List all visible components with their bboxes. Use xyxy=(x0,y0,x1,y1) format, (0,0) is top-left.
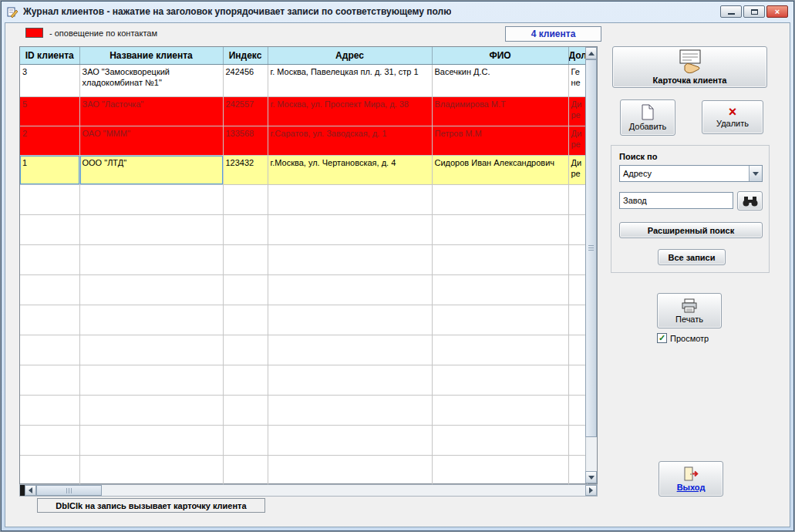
search-group-label: Поиск по xyxy=(619,152,657,161)
legend-label: - оповещение по контактам xyxy=(49,29,157,38)
arrow-left-icon xyxy=(29,487,32,493)
find-button[interactable] xyxy=(737,191,763,210)
cell-fio: Петров М.М xyxy=(432,126,568,155)
cell-position: Ди ре xyxy=(568,126,587,155)
delete-x-icon: × xyxy=(729,106,737,117)
window-content: - оповещение по контактам 4 клиента ID к… xyxy=(5,22,790,527)
client-card-label: Карточка клиента xyxy=(653,76,727,85)
arrow-up-icon xyxy=(588,52,595,56)
titlebar[interactable]: Журнал клиентов - нажатие на заголовок у… xyxy=(2,2,793,22)
cell-id: 2 xyxy=(20,126,79,155)
column-header-fio[interactable]: ФИО xyxy=(432,47,568,64)
arrow-right-icon xyxy=(589,487,593,493)
search-field-select[interactable]: Адресу xyxy=(619,165,763,182)
alert-color-swatch xyxy=(25,28,43,38)
window-title: Журнал клиентов - нажатие на заголовок у… xyxy=(23,6,451,17)
printer-icon xyxy=(681,298,698,313)
scroll-right-button[interactable] xyxy=(585,485,597,496)
vertical-scrollbar-thumb[interactable] xyxy=(585,59,597,437)
client-card-icon xyxy=(675,49,706,74)
scrollbar-track[interactable] xyxy=(102,485,585,496)
horizontal-scrollbar-thumb[interactable] xyxy=(36,485,102,496)
cell-address: г. Москва, ул. Проспект Мира, д. 38 xyxy=(268,96,432,126)
cell-index: 123432 xyxy=(223,155,268,184)
maximize-button[interactable] xyxy=(743,5,765,18)
minimize-icon xyxy=(728,13,735,15)
cell-id: 5 xyxy=(20,96,79,126)
close-button[interactable]: × xyxy=(766,5,788,18)
add-button[interactable]: Добавить xyxy=(620,99,675,136)
column-header-index[interactable]: Индекс xyxy=(223,47,268,64)
empty-row xyxy=(20,455,587,485)
empty-row xyxy=(20,335,587,365)
column-header-name[interactable]: Название клиента xyxy=(79,47,223,64)
legend: - оповещение по контактам xyxy=(25,28,157,38)
window-controls: × xyxy=(720,5,788,18)
all-records-label: Все записи xyxy=(669,253,716,262)
horizontal-scrollbar[interactable] xyxy=(19,484,598,497)
cell-position: Ди ре xyxy=(568,96,587,126)
thumb-grip-icon xyxy=(66,488,72,493)
delete-button[interactable]: × Удалить xyxy=(702,100,763,134)
cell-name: ЗАО "Ласточка" xyxy=(79,96,223,126)
exit-button[interactable]: Выход xyxy=(659,461,723,497)
arrow-down-icon xyxy=(588,476,595,480)
add-label: Добавить xyxy=(629,122,667,131)
client-count-badge: 4 клиента xyxy=(505,26,601,42)
app-icon xyxy=(7,6,19,18)
cell-address: г.Москва, ул. Чертановская, д. 4 xyxy=(268,155,432,184)
cell-position: Ге не xyxy=(568,64,587,96)
scroll-left-button[interactable] xyxy=(25,485,36,496)
delete-label: Удалить xyxy=(716,119,749,128)
empty-row xyxy=(20,244,587,274)
scroll-up-button[interactable] xyxy=(585,47,597,59)
table-row[interactable]: 3 ЗАО "Замоскворецкий хладокомбинат №1" … xyxy=(20,64,587,96)
print-button[interactable]: Печать xyxy=(657,293,722,328)
table-row[interactable]: 5 ЗАО "Ласточка" 242557 г. Москва, ул. П… xyxy=(20,96,587,126)
cell-address: г. Москва, Павелецкая пл. д. 31, стр 1 xyxy=(268,64,432,96)
column-header-id[interactable]: ID клиента xyxy=(20,47,79,64)
cell-index: 242557 xyxy=(223,96,268,126)
table-row[interactable]: 2 ОАО "МММ" 133568 г.Саратов, ул. Заводс… xyxy=(20,126,587,155)
document-icon xyxy=(641,104,655,120)
dropdown-arrow-icon[interactable] xyxy=(749,166,762,181)
clients-table: ID клиента Название клиента Индекс Адрес… xyxy=(19,46,598,484)
column-header-address[interactable]: Адрес xyxy=(268,47,432,64)
cell-fio: Сидоров Иван Александрович xyxy=(432,155,568,184)
print-label: Печать xyxy=(675,315,703,324)
cell-index: 133568 xyxy=(223,126,268,155)
column-header-position[interactable]: Дол xyxy=(568,47,587,64)
empty-row xyxy=(20,274,587,305)
exit-label: Выход xyxy=(677,483,706,492)
cell-position: Ди ре xyxy=(568,155,587,184)
search-group: Поиск по Адресу Расширенный поиск Все за… xyxy=(611,145,770,273)
preview-checkbox-box[interactable] xyxy=(657,333,667,343)
cell-id: 3 xyxy=(20,64,79,96)
empty-row xyxy=(20,184,587,214)
cell-name: ООО "ЛТД" xyxy=(79,155,223,184)
advanced-search-button[interactable]: Расширенный поиск xyxy=(619,222,763,238)
vertical-scrollbar[interactable] xyxy=(585,47,597,483)
empty-row xyxy=(20,395,587,425)
app-window: Журнал клиентов - нажатие на заголовок у… xyxy=(1,1,794,531)
client-card-button[interactable]: Карточка клиента xyxy=(612,46,767,88)
table-row[interactable]: 1 ООО "ЛТД" 123432 г.Москва, ул. Чертано… xyxy=(20,155,587,184)
cell-name: ЗАО "Замоскворецкий хладокомбинат №1" xyxy=(79,64,223,96)
all-records-button[interactable]: Все записи xyxy=(658,249,726,265)
cell-fio: Васечкин Д.С. xyxy=(432,64,568,96)
scroll-down-button[interactable] xyxy=(585,471,597,483)
preview-checkbox[interactable]: Просмотр xyxy=(657,333,709,343)
empty-row xyxy=(20,425,587,455)
search-input[interactable] xyxy=(619,192,733,209)
cell-name: ОАО "МММ" xyxy=(79,126,223,155)
cell-address: г.Саратов, ул. Заводская, д. 1 xyxy=(268,126,432,155)
empty-row xyxy=(20,214,587,244)
empty-row xyxy=(20,305,587,335)
binoculars-icon xyxy=(742,196,759,207)
thumb-grip-icon xyxy=(588,245,594,251)
cell-fio: Владимирова М.Т xyxy=(432,96,568,126)
header-row: ID клиента Название клиента Индекс Адрес… xyxy=(20,47,587,64)
minimize-button[interactable] xyxy=(720,5,742,18)
cell-index: 242456 xyxy=(223,64,268,96)
status-hint: DblClk на запись вызывает карточку клиен… xyxy=(37,498,265,513)
